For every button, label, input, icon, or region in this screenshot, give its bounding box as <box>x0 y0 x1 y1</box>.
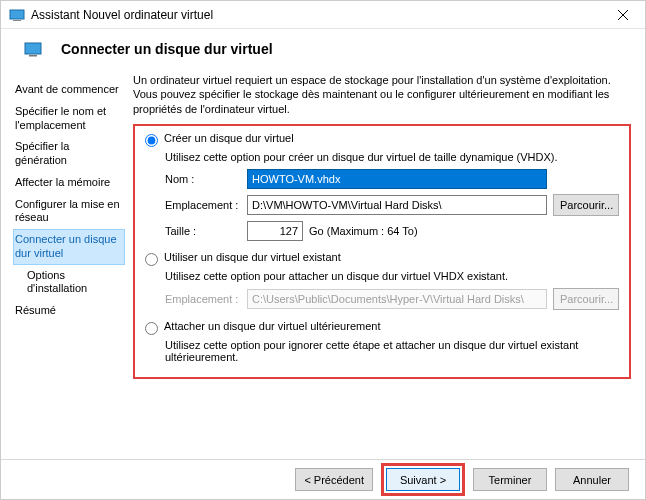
option-highlight-box: Créer un disque dur virtuel Utilisez cet… <box>133 124 631 379</box>
close-button[interactable] <box>601 1 645 29</box>
option-use-label: Utiliser un disque dur virtuel existant <box>164 251 341 263</box>
option-attach-later: Attacher un disque dur virtuel ultérieur… <box>145 320 619 363</box>
next-highlight: Suivant > <box>381 463 465 496</box>
finish-button[interactable]: Terminer <box>473 468 547 491</box>
radio-attach-later[interactable] <box>145 322 158 335</box>
titlebar: Assistant Nouvel ordinateur virtuel <box>1 1 645 29</box>
location-label: Emplacement : <box>165 199 247 211</box>
step-connect-vhd[interactable]: Connecter un disque dur virtuel <box>13 229 125 265</box>
step-before-begin[interactable]: Avant de commencer <box>13 79 125 101</box>
svg-rect-0 <box>10 10 24 19</box>
browse-button[interactable]: Parcourir... <box>553 194 619 216</box>
previous-button[interactable]: < Précédent <box>295 468 373 491</box>
option-later-desc: Utilisez cette option pour ignorer cette… <box>165 339 619 363</box>
use-location-input <box>247 289 547 309</box>
intro-text: Un ordinateur virtuel requiert un espace… <box>133 73 631 116</box>
wizard-content: Un ordinateur virtuel requiert un espace… <box>125 73 645 379</box>
size-label: Taille : <box>165 225 247 237</box>
svg-rect-4 <box>25 43 41 54</box>
location-input[interactable] <box>247 195 547 215</box>
step-name-location[interactable]: Spécifier le nom et l'emplacement <box>13 101 125 137</box>
option-create: Créer un disque dur virtuel Utilisez cet… <box>145 132 619 241</box>
wizard-icon <box>23 39 43 59</box>
cancel-button[interactable]: Annuler <box>555 468 629 491</box>
name-input[interactable] <box>247 169 547 189</box>
wizard-steps: Avant de commencer Spécifier le nom et l… <box>1 73 125 379</box>
option-create-desc: Utilisez cette option pour créer un disq… <box>165 151 619 163</box>
svg-rect-5 <box>29 55 37 57</box>
step-install-options[interactable]: Options d'installation <box>13 265 125 301</box>
size-input[interactable] <box>247 221 303 241</box>
option-use-existing: Utiliser un disque dur virtuel existant … <box>145 251 619 310</box>
window-title: Assistant Nouvel ordinateur virtuel <box>31 8 601 22</box>
step-generation[interactable]: Spécifier la génération <box>13 136 125 172</box>
wizard-footer: < Précédent Suivant > Terminer Annuler <box>1 459 645 499</box>
option-create-label: Créer un disque dur virtuel <box>164 132 294 144</box>
radio-create-vhd[interactable] <box>145 134 158 147</box>
next-button[interactable]: Suivant > <box>386 468 460 491</box>
step-memory[interactable]: Affecter la mémoire <box>13 172 125 194</box>
step-summary[interactable]: Résumé <box>13 300 125 322</box>
option-use-desc: Utilisez cette option pour attacher un d… <box>165 270 619 282</box>
name-label: Nom : <box>165 173 247 185</box>
radio-use-existing[interactable] <box>145 253 158 266</box>
use-browse-button: Parcourir... <box>553 288 619 310</box>
svg-rect-1 <box>13 20 21 21</box>
option-later-label: Attacher un disque dur virtuel ultérieur… <box>164 320 380 332</box>
size-suffix: Go (Maximum : 64 To) <box>309 225 418 237</box>
use-location-label: Emplacement : <box>165 293 247 305</box>
close-icon <box>618 10 628 20</box>
step-network[interactable]: Configurer la mise en réseau <box>13 194 125 230</box>
wizard-header: Connecter un disque dur virtuel <box>1 29 645 73</box>
app-icon <box>9 7 25 23</box>
page-title: Connecter un disque dur virtuel <box>61 41 273 57</box>
